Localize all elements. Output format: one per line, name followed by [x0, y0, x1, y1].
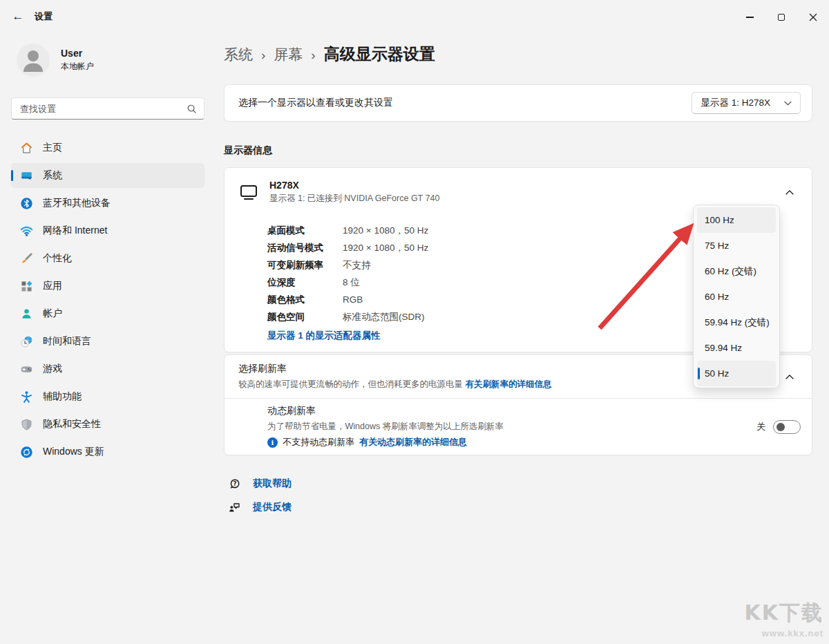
dynamic-refresh-status: 不支持动态刷新率 — [283, 436, 354, 448]
sidebar-item-personalization[interactable]: 个性化 — [11, 246, 204, 271]
dynamic-refresh-description: 为了帮助节省电量，Windows 将刷新率调整为以上所选刷新率 — [267, 421, 504, 433]
sidebar-item-windows-update[interactable]: Windows 更新 — [11, 439, 204, 464]
dynamic-refresh-info-link[interactable]: 有关动态刷新率的详细信息 — [359, 436, 467, 448]
maximize-icon — [778, 14, 785, 21]
sidebar-item-accessibility[interactable]: 辅助功能 — [11, 384, 204, 409]
refresh-rate-title: 选择刷新率 — [238, 363, 551, 377]
collapse-button[interactable] — [779, 366, 801, 388]
dropdown-option-60hz-interlaced[interactable]: 60 Hz (交错) — [697, 258, 776, 284]
dropdown-option-75hz[interactable]: 75 Hz — [697, 233, 776, 258]
sidebar-item-network[interactable]: 网络和 Internet — [11, 218, 204, 243]
info-label: 位深度 — [267, 276, 343, 289]
accessibility-icon — [19, 390, 33, 404]
feedback-icon — [228, 501, 241, 514]
person-icon — [17, 44, 50, 77]
dropdown-option-60hz[interactable]: 60 Hz — [697, 284, 776, 310]
info-value: 不支持 — [343, 259, 371, 272]
sidebar-item-home[interactable]: 主页 — [11, 135, 204, 160]
account-type: 本地帐户 — [61, 61, 94, 73]
breadcrumb: 系统 › 屏幕 › 高级显示器设置 — [224, 44, 812, 67]
gamepad-icon — [19, 362, 33, 376]
info-value: RGB — [343, 294, 363, 305]
sidebar-item-gaming[interactable]: 游戏 — [11, 357, 204, 381]
dynamic-refresh-toggle[interactable] — [773, 420, 801, 434]
avatar — [17, 44, 50, 77]
dynamic-refresh-title: 动态刷新率 — [267, 405, 504, 419]
sidebar-item-label: 时间和语言 — [43, 335, 91, 348]
titlebar: ← 设置 — [0, 0, 829, 33]
feedback-link[interactable]: 提供反馈 — [253, 501, 292, 513]
window-title: 设置 — [35, 6, 53, 28]
search-input[interactable] — [20, 104, 187, 114]
dropdown-option-59-94hz[interactable]: 59.94 Hz — [697, 335, 776, 361]
monitor-connection: 显示器 1: 已连接到 NVIDIA GeForce GT 740 — [269, 193, 439, 205]
search-box — [11, 97, 204, 120]
update-icon — [19, 445, 33, 459]
display-selector-card: 选择一个显示器以查看或更改其设置 显示器 1: H278X — [224, 84, 812, 122]
display-select-dropdown[interactable]: 显示器 1: H278X — [692, 92, 801, 114]
get-help-row[interactable]: ? 获取帮助 — [228, 477, 812, 491]
dropdown-option-59-94hz-interlaced[interactable]: 59.94 Hz (交错) — [697, 310, 776, 335]
info-value: 8 位 — [343, 276, 360, 289]
sidebar-item-label: 隐私和安全性 — [43, 418, 101, 430]
maximize-button[interactable] — [765, 6, 797, 29]
breadcrumb-display[interactable]: 屏幕 — [274, 45, 303, 64]
refresh-rate-info-link[interactable]: 有关刷新率的详细信息 — [465, 379, 551, 389]
sidebar-item-label: 辅助功能 — [43, 390, 82, 403]
close-icon — [809, 13, 817, 21]
sidebar-item-label: 个性化 — [43, 252, 72, 265]
sidebar-item-time-language[interactable]: 时间和语言 — [11, 329, 204, 354]
sidebar-item-label: 网络和 Internet — [43, 225, 107, 237]
time-language-icon — [19, 334, 33, 348]
monitor-icon — [238, 183, 259, 201]
back-button[interactable]: ← — [6, 6, 30, 28]
watermark-logo: KK下载 — [745, 599, 824, 627]
chevron-down-icon — [784, 101, 792, 106]
info-icon: i — [267, 437, 278, 448]
minimize-button[interactable] — [734, 6, 765, 29]
close-button[interactable] — [797, 6, 829, 29]
collapse-button[interactable] — [779, 181, 801, 203]
watermark: KK下载 www.kkx.net — [745, 599, 824, 638]
sidebar-item-label: 主页 — [43, 142, 62, 154]
accounts-icon — [19, 307, 33, 321]
sidebar: User 本地帐户 主页 系统 — [0, 33, 216, 644]
breadcrumb-separator: › — [261, 48, 265, 63]
display-adapter-link[interactable]: 显示器 1 的显示适配器属性 — [267, 330, 381, 342]
sidebar-item-bluetooth[interactable]: 蓝牙和其他设备 — [11, 191, 204, 216]
breadcrumb-separator: › — [311, 48, 315, 63]
sidebar-item-label: 系统 — [43, 169, 62, 182]
user-profile[interactable]: User 本地帐户 — [17, 44, 199, 77]
sidebar-item-system[interactable]: 系统 — [11, 163, 204, 188]
sidebar-item-privacy[interactable]: 隐私和安全性 — [11, 412, 204, 437]
bluetooth-icon — [19, 196, 33, 210]
display-select-value: 显示器 1: H278X — [701, 97, 770, 109]
help-icon: ? — [228, 477, 241, 491]
toggle-state-label: 关 — [756, 421, 765, 433]
sidebar-item-apps[interactable]: 应用 — [11, 274, 204, 299]
get-help-link[interactable]: 获取帮助 — [253, 477, 292, 490]
breadcrumb-system[interactable]: 系统 — [224, 45, 253, 64]
help-section: ? 获取帮助 提供反馈 — [224, 477, 812, 514]
monitor-name: H278X — [269, 180, 439, 191]
chevron-up-icon — [785, 190, 794, 195]
dropdown-option-100hz[interactable]: 100 Hz — [697, 207, 776, 233]
info-value: 标准动态范围(SDR) — [343, 311, 425, 323]
info-label: 可变刷新频率 — [267, 259, 343, 272]
window-controls — [734, 6, 829, 29]
dropdown-option-50hz[interactable]: 50 Hz — [697, 361, 776, 386]
info-label: 颜色格式 — [267, 294, 343, 306]
feedback-row[interactable]: 提供反馈 — [228, 500, 812, 514]
display-selector-label: 选择一个显示器以查看或更改其设置 — [238, 97, 393, 109]
watermark-url: www.kkx.net — [745, 628, 824, 638]
page-title: 高级显示器设置 — [324, 44, 435, 65]
sidebar-item-label: Windows 更新 — [43, 446, 104, 458]
refresh-rate-dropdown-flyout: 100 Hz 75 Hz 60 Hz (交错) 60 Hz 59.94 Hz (… — [693, 205, 780, 388]
toggle-knob — [776, 423, 785, 431]
wifi-icon — [19, 224, 33, 238]
sidebar-item-label: 应用 — [43, 280, 62, 292]
system-icon — [19, 169, 33, 182]
sidebar-item-label: 帐户 — [43, 307, 62, 320]
sidebar-item-accounts[interactable]: 帐户 — [11, 301, 204, 326]
shield-icon — [19, 417, 33, 431]
